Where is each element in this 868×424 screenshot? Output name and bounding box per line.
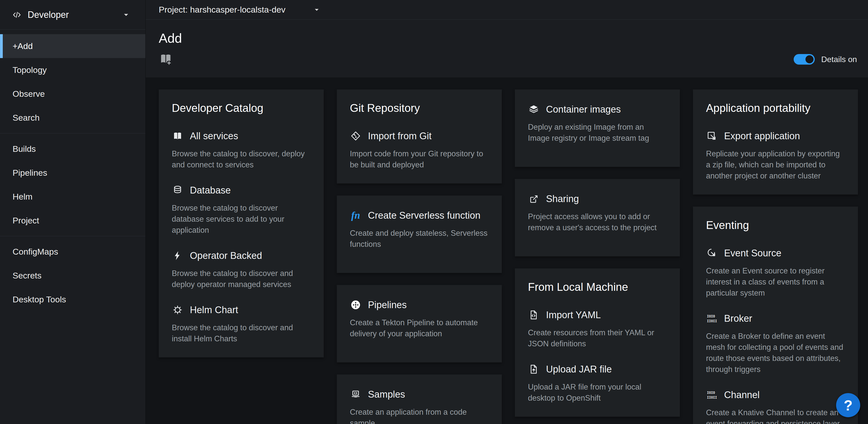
- item-description: Browse the catalog to discover database …: [172, 203, 311, 236]
- item-title-row: Import YAML: [528, 309, 667, 321]
- sidebar-item-topology[interactable]: Topology: [0, 58, 146, 82]
- page-title: Add: [159, 31, 857, 46]
- card-application-portability[interactable]: Application portabilityExport applicatio…: [693, 89, 858, 195]
- item-import-from-git[interactable]: Import from GitImport code from your Git…: [350, 130, 489, 170]
- question-icon: ?: [844, 397, 852, 414]
- details-toggle-label: Details on: [821, 55, 857, 64]
- item-operator-backed[interactable]: Operator BackedBrowse the catalog to dis…: [172, 250, 311, 290]
- card-container-images[interactable]: Container imagesDeploy an existing Image…: [515, 89, 680, 167]
- item-title-row: All services: [172, 130, 311, 142]
- project-selector-label: Project: harshcasper-localsta-dev: [159, 5, 285, 15]
- item-event-source[interactable]: Event SourceCreate an Event source to re…: [706, 247, 845, 299]
- book-icon: [172, 130, 183, 142]
- sidebar-item-builds[interactable]: Builds: [0, 137, 146, 161]
- sidebar-item-search[interactable]: Search: [0, 106, 146, 130]
- svg-text:IIOII: IIOII: [707, 319, 717, 323]
- item-samples[interactable]: SamplesCreate an application from a code…: [350, 389, 489, 424]
- item-title-row: fnCreate Serverless function: [350, 209, 489, 221]
- item-helm-chart[interactable]: Helm ChartBrowse the catalog to discover…: [172, 304, 311, 344]
- topbar: Project: harshcasper-localsta-dev: [146, 0, 868, 20]
- grid-column-2: Git RepositoryImport from GitImport code…: [337, 89, 502, 424]
- caret-down-icon: [122, 11, 130, 19]
- item-description: Create resources from their YAML or JSON…: [528, 327, 667, 349]
- broker-icon: IOIOIIOII: [706, 313, 718, 324]
- item-title-row: Import from Git: [350, 130, 489, 142]
- card-heading: Eventing: [706, 219, 845, 232]
- item-sharing[interactable]: SharingProject access allows you to add …: [528, 193, 667, 233]
- item-title: Create Serverless function: [368, 209, 480, 221]
- perspective-label: Developer: [28, 9, 69, 20]
- file-code-icon: [528, 309, 539, 321]
- svg-text:IOIO: IOIO: [707, 314, 715, 318]
- item-title: Import YAML: [546, 309, 601, 321]
- item-create-serverless-function[interactable]: fnCreate Serverless functionCreate and d…: [350, 209, 489, 250]
- item-description: Browse the catalog to discover, deploy a…: [172, 148, 311, 170]
- item-description: Create a Knative Channel to create an ev…: [706, 407, 845, 424]
- item-title: Pipelines: [368, 299, 407, 311]
- share-icon: [528, 193, 539, 205]
- item-title: Broker: [724, 313, 752, 324]
- item-import-yaml[interactable]: Import YAMLCreate resources from their Y…: [528, 309, 667, 349]
- card-pipelines[interactable]: PipelinesCreate a Tekton Pipeline to aut…: [337, 285, 502, 362]
- page-header: Add Details on: [146, 20, 868, 77]
- item-title-row: Sharing: [528, 193, 667, 205]
- project-selector[interactable]: Project: harshcasper-localsta-dev: [159, 5, 320, 15]
- item-title-row: Upload JAR file: [528, 363, 667, 375]
- item-database[interactable]: DatabaseBrowse the catalog to discover d…: [172, 185, 311, 236]
- sidebar-item-project[interactable]: Project: [0, 208, 146, 232]
- item-description: Import code from your Git repository to …: [350, 148, 489, 170]
- card-sharing[interactable]: SharingProject access allows you to add …: [515, 179, 680, 256]
- card-create-serverless-function[interactable]: fnCreate Serverless functionCreate and d…: [337, 196, 502, 273]
- item-export-application[interactable]: Export applicationReplicate your applica…: [706, 130, 845, 181]
- item-channel[interactable]: IOIOIIOIIChannelCreate a Knative Channel…: [706, 389, 845, 424]
- openshift-console: Developer +AddTopologyObserveSearchBuild…: [0, 0, 868, 424]
- item-title: Samples: [368, 389, 405, 400]
- item-title: Event Source: [724, 247, 781, 259]
- item-broker[interactable]: IOIOIIOIIBrokerCreate a Broker to define…: [706, 313, 845, 375]
- item-all-services[interactable]: All servicesBrowse the catalog to discov…: [172, 130, 311, 170]
- card-heading: Developer Catalog: [172, 102, 311, 115]
- export-icon: [706, 130, 718, 142]
- sidebar-item-desktop-tools[interactable]: Desktop Tools: [0, 287, 146, 311]
- item-title-row: Database: [172, 185, 311, 196]
- bolt-icon: [172, 250, 183, 261]
- item-title: Operator Backed: [190, 250, 262, 261]
- sidebar-item-add[interactable]: +Add: [0, 34, 146, 58]
- sidebar-item-helm[interactable]: Helm: [0, 185, 146, 208]
- card-heading: Git Repository: [350, 102, 489, 115]
- book-plus-icon[interactable]: [159, 52, 173, 66]
- item-pipelines[interactable]: PipelinesCreate a Tekton Pipeline to aut…: [350, 299, 489, 339]
- item-description: Browse the catalog to discover and deplo…: [172, 268, 311, 290]
- item-description: Browse the catalog to discover and insta…: [172, 322, 311, 344]
- fn-icon: fn: [350, 209, 362, 221]
- item-title: Channel: [724, 389, 760, 401]
- grid-column-4: Application portabilityExport applicatio…: [693, 89, 858, 424]
- item-title: Import from Git: [368, 130, 432, 142]
- svg-text:IIOII: IIOII: [707, 396, 717, 399]
- sidebar-item-pipelines[interactable]: Pipelines: [0, 161, 146, 185]
- grid-column-1: Developer CatalogAll servicesBrowse the …: [159, 89, 324, 358]
- perspective-switcher[interactable]: Developer: [0, 0, 146, 30]
- sidebar-item-observe[interactable]: Observe: [0, 82, 146, 106]
- item-container-images[interactable]: Container imagesDeploy an existing Image…: [528, 104, 667, 144]
- item-description: Create a Broker to define an event mesh …: [706, 331, 845, 375]
- card-from-local-machine[interactable]: From Local MachineImport YAMLCreate reso…: [515, 268, 680, 417]
- pipelines-icon: [350, 299, 362, 311]
- card-developer-catalog[interactable]: Developer CatalogAll servicesBrowse the …: [159, 89, 324, 358]
- card-samples[interactable]: SamplesCreate an application from a code…: [337, 374, 502, 424]
- page-header-row: Details on: [159, 52, 857, 66]
- svg-text:IOIO: IOIO: [707, 391, 715, 395]
- item-description: Deploy an existing Image from an Image r…: [528, 122, 667, 144]
- help-button[interactable]: ?: [836, 393, 860, 417]
- item-title: Database: [190, 185, 231, 196]
- item-title: Sharing: [546, 193, 579, 205]
- sidebar-item-configmaps[interactable]: ConfigMaps: [0, 240, 146, 264]
- sidebar: Developer +AddTopologyObserveSearchBuild…: [0, 0, 146, 424]
- grid-column-3: Container imagesDeploy an existing Image…: [515, 89, 680, 417]
- card-eventing[interactable]: EventingEvent SourceCreate an Event sour…: [693, 206, 858, 424]
- item-upload-jar-file[interactable]: Upload JAR fileUpload a JAR file from yo…: [528, 363, 667, 404]
- file-upload-icon: [528, 363, 539, 375]
- sidebar-item-secrets[interactable]: Secrets: [0, 264, 146, 287]
- details-toggle[interactable]: [794, 54, 815, 64]
- card-git-repository[interactable]: Git RepositoryImport from GitImport code…: [337, 89, 502, 183]
